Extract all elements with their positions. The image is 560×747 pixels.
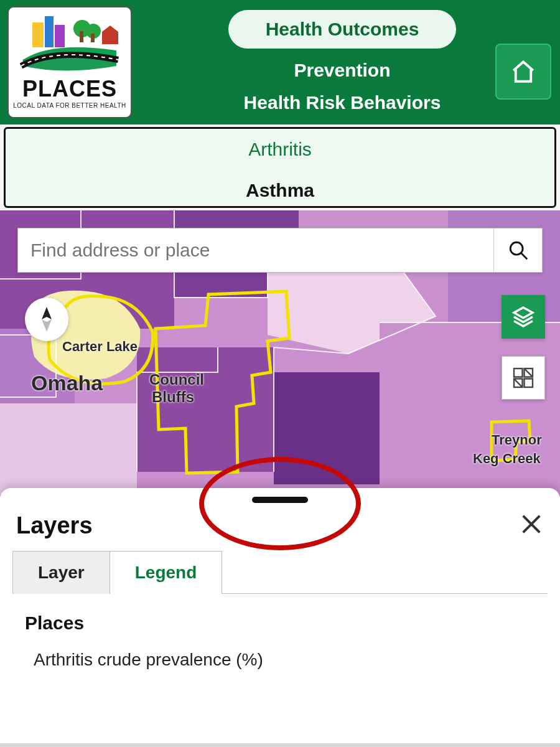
- legend-panel: Places Arthritis crude prevalence (%): [0, 594, 560, 688]
- svg-marker-18: [42, 307, 52, 319]
- legend-item-arthritis: Arthritis crude prevalence (%): [25, 650, 535, 670]
- svg-rect-6: [91, 34, 95, 42]
- nav-health-risk-behaviors[interactable]: Health Risk Behaviors: [244, 92, 441, 113]
- sheet-drag-handle[interactable]: [252, 497, 308, 503]
- sheet-tabs: Layer Legend: [12, 550, 548, 594]
- svg-rect-2: [55, 25, 65, 47]
- app-header: PLACES LOCAL DATA FOR BETTER HEALTH Heal…: [0, 0, 560, 125]
- legend-group-title: Places: [25, 613, 535, 634]
- layers-icon: [511, 304, 536, 329]
- category-nav: Health Outcomes Prevention Health Risk B…: [132, 6, 553, 113]
- places-logo-art: [20, 16, 119, 72]
- svg-rect-5: [80, 31, 83, 42]
- tab-legend[interactable]: Legend: [110, 551, 223, 594]
- basemap-button[interactable]: [502, 356, 545, 400]
- subnav-arthritis[interactable]: Arthritis: [6, 129, 554, 170]
- svg-rect-21: [514, 369, 523, 377]
- brand-tagline: LOCAL DATA FOR BETTER HEALTH: [13, 102, 126, 109]
- search-bar: [17, 228, 543, 273]
- layers-sheet: Layers Layer Legend Places Arthritis cru…: [0, 488, 560, 743]
- home-icon: [510, 59, 536, 85]
- svg-marker-20: [514, 308, 533, 318]
- svg-rect-0: [32, 22, 44, 47]
- basemap-icon: [512, 367, 534, 389]
- svg-point-17: [510, 242, 523, 255]
- compass-icon: [38, 307, 55, 332]
- close-icon: [519, 512, 544, 537]
- layers-button[interactable]: [502, 295, 545, 339]
- sheet-title: Layers: [16, 512, 93, 539]
- svg-rect-1: [45, 16, 54, 47]
- svg-rect-24: [525, 379, 533, 388]
- tab-layer[interactable]: Layer: [12, 551, 110, 594]
- home-button[interactable]: [495, 44, 551, 100]
- subnav-asthma[interactable]: Asthma: [6, 170, 554, 208]
- svg-rect-10: [0, 403, 137, 497]
- svg-rect-14: [274, 372, 380, 484]
- compass-button[interactable]: [25, 298, 68, 341]
- search-input[interactable]: [18, 228, 493, 272]
- measure-subnav[interactable]: Arthritis Asthma: [4, 127, 556, 208]
- search-icon: [508, 240, 529, 261]
- nav-prevention[interactable]: Prevention: [294, 60, 390, 81]
- places-logo: PLACES LOCAL DATA FOR BETTER HEALTH: [7, 6, 132, 118]
- nav-health-outcomes[interactable]: Health Outcomes: [228, 10, 457, 49]
- svg-marker-19: [42, 319, 52, 332]
- brand-name: PLACES: [22, 76, 117, 102]
- sheet-close-button[interactable]: [519, 512, 544, 539]
- map-canvas[interactable]: Carter Lake Omaha Council Bluffs Treynor…: [0, 210, 560, 497]
- footer-divider: [0, 743, 560, 747]
- map-side-controls: [502, 295, 545, 400]
- search-button[interactable]: [493, 228, 542, 272]
